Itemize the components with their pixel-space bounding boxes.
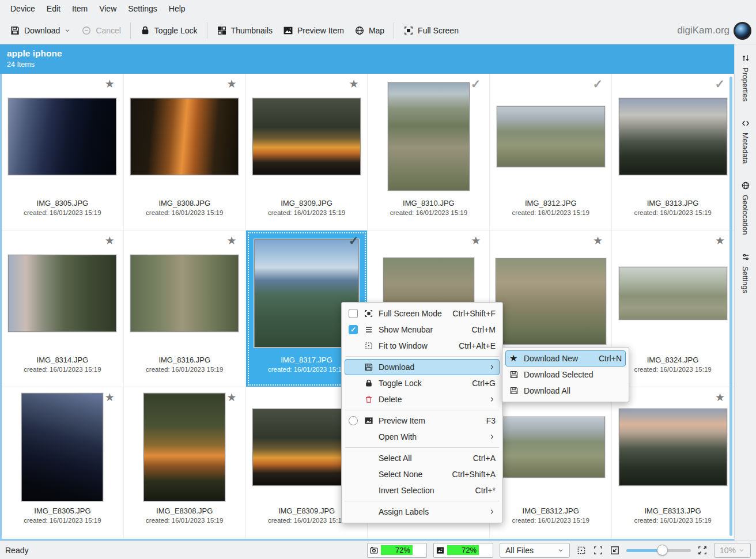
photo-thumbnail[interactable] xyxy=(21,393,103,501)
photo-created: created: 16/01/2023 15:19 xyxy=(268,517,345,524)
fullscreen-icon xyxy=(364,309,379,318)
photo-cell[interactable]: ★ IMG_8314.JPG created: 16/01/2023 15:19 xyxy=(2,231,124,387)
photo-thumbnail[interactable] xyxy=(496,258,606,345)
toolbar-separator xyxy=(207,22,207,39)
menu-item-toggle-lock[interactable]: Toggle LockCtrl+G xyxy=(345,375,500,391)
menu-item-full-screen-mode[interactable]: Full Screen ModeCtrl+Shift+F xyxy=(345,305,500,322)
menu-shortcut: F3 xyxy=(486,416,496,425)
photo-cell[interactable]: ✓ IMG_8313.JPG created: 16/01/2023 15:19 xyxy=(612,74,734,231)
digikam-import-window: { "menubar": {"items": ["Device", "Edit"… xyxy=(0,0,756,559)
photo-filename: IMG_E8312.JPG xyxy=(512,507,589,516)
menubar-item-item[interactable]: Item xyxy=(66,2,93,16)
sidebar-tab-settings[interactable]: Settings xyxy=(741,252,750,293)
zoom-out-icon[interactable] xyxy=(610,545,620,556)
photo-cell[interactable]: ★ IMG_E8305.JPG created: 16/01/2023 15:1… xyxy=(2,387,124,538)
zoom-level-dropdown[interactable]: 10% xyxy=(714,543,751,558)
toolbar-button-label: Cancel xyxy=(96,26,121,35)
menu-item-download[interactable]: Download xyxy=(345,359,500,375)
photo-thumbnail[interactable] xyxy=(143,393,225,501)
menu-item-label: Invert Selection xyxy=(379,486,467,495)
menubar-item-device[interactable]: Device xyxy=(5,2,41,16)
toggle-lock-button[interactable]: Toggle Lock xyxy=(135,22,203,39)
menubar-item-help[interactable]: Help xyxy=(163,2,191,16)
menu-item-fit-to-window[interactable]: Fit to WindowCtrl+Alt+E xyxy=(345,338,500,354)
sidebar-tab-metadata[interactable]: Metadata xyxy=(741,119,750,164)
menu-item-download-new[interactable]: ★Download NewCtrl+N xyxy=(505,350,626,367)
menubar-item-view[interactable]: View xyxy=(93,2,122,16)
photo-cell[interactable]: ★ IMG_8309.JPG created: 16/01/2023 15:19 xyxy=(246,74,368,231)
settings-icon xyxy=(741,252,750,262)
download-button[interactable]: Download xyxy=(5,22,76,39)
menu-item-download-selected[interactable]: Download Selected xyxy=(505,367,626,383)
toolbar-button-label: Full Screen xyxy=(418,26,459,35)
fit-window-icon[interactable] xyxy=(576,545,587,556)
brand-text: digiKam.org xyxy=(677,25,729,36)
menu-item-label: Toggle Lock xyxy=(379,379,464,388)
menubar-item-edit[interactable]: Edit xyxy=(41,2,66,16)
photo-cell[interactable]: ★ IMG_E8312.JPG created: 16/01/2023 15:1… xyxy=(490,387,612,538)
vertical-scrollbar[interactable] xyxy=(729,77,732,536)
photo-cell[interactable]: ★ IMG_8305.JPG created: 16/01/2023 15:19 xyxy=(2,74,124,231)
toolbar-separator xyxy=(130,22,131,39)
photo-thumbnail[interactable] xyxy=(619,98,727,175)
photo-filename: IMG_E8305.JPG xyxy=(24,507,101,516)
menu-item-label: Assign Labels xyxy=(379,507,484,516)
menu-item-download-all[interactable]: Download All xyxy=(505,383,626,399)
photo-cell[interactable]: ★ IMG_8316.JPG created: 16/01/2023 15:19 xyxy=(124,231,246,387)
file-filter-dropdown[interactable]: All Files xyxy=(500,543,570,558)
zoom-in-icon[interactable] xyxy=(697,545,708,556)
menubar: DeviceEditItemViewSettingsHelp xyxy=(0,0,756,17)
radio-indicator[interactable] xyxy=(349,416,358,425)
photo-cell[interactable]: ★ IMG_E8313.JPG created: 16/01/2023 15:1… xyxy=(612,387,734,538)
menu-item-select-none[interactable]: Select NoneCtrl+Shift+A xyxy=(345,466,500,482)
new-item-star-badge: ★ xyxy=(227,78,237,90)
photo-thumbnail[interactable] xyxy=(8,255,116,332)
star-icon: ★ xyxy=(509,354,517,363)
photo-thumbnail[interactable] xyxy=(130,98,239,175)
menubar-item-settings[interactable]: Settings xyxy=(122,2,163,16)
thumbnails-icon xyxy=(217,25,227,36)
globe-icon xyxy=(354,25,365,36)
checkbox-indicator[interactable] xyxy=(349,309,358,318)
photo-thumbnail[interactable] xyxy=(388,82,470,191)
photo-thumbnail[interactable] xyxy=(619,267,727,320)
menu-item-invert-selection[interactable]: Invert SelectionCtrl+* xyxy=(345,482,500,498)
photo-cell[interactable]: ★ IMG_8324.JPG created: 16/01/2023 15:19 xyxy=(612,231,734,387)
preview-item-button[interactable]: Preview Item xyxy=(278,22,349,39)
cancel-button[interactable]: Cancel xyxy=(76,22,126,39)
photo-thumbnail[interactable] xyxy=(497,417,605,478)
camera-storage-usage: 72% xyxy=(367,543,427,558)
photo-created: created: 16/01/2023 15:19 xyxy=(146,209,223,216)
photo-thumbnail[interactable] xyxy=(130,255,239,332)
menu-item-open-with[interactable]: Open With xyxy=(345,429,500,445)
photo-thumbnail[interactable] xyxy=(619,409,727,486)
zoom-slider[interactable] xyxy=(626,544,691,557)
new-item-star-badge: ★ xyxy=(349,78,358,90)
photo-cell[interactable]: ✓ IMG_8312.JPG created: 16/01/2023 15:19 xyxy=(490,74,612,231)
photo-cell[interactable]: ★ IMG_E8308.JPG created: 16/01/2023 15:1… xyxy=(124,387,246,538)
photo-cell[interactable]: ✓ IMG_8310.JPG created: 16/01/2023 15:19 xyxy=(368,74,490,231)
zoom-100-icon[interactable] xyxy=(593,545,603,556)
photo-cell[interactable]: ★ IMG_8308.JPG created: 16/01/2023 15:19 xyxy=(124,74,246,231)
thumbnails-button[interactable]: Thumbnails xyxy=(211,22,278,39)
menu-item-preview-item[interactable]: Preview ItemF3 xyxy=(345,413,500,429)
status-text: Ready xyxy=(5,546,28,555)
photo-thumbnail[interactable] xyxy=(252,98,361,175)
menu-item-label: Full Screen Mode xyxy=(379,309,444,318)
menu-shortcut: Ctrl+Shift+F xyxy=(452,309,496,318)
downloaded-check-badge: ✓ xyxy=(471,78,481,90)
slider-handle[interactable] xyxy=(657,545,668,556)
menu-item-select-all[interactable]: Select AllCtrl+A xyxy=(345,450,500,466)
photo-thumbnail[interactable] xyxy=(497,106,605,167)
lock-icon xyxy=(364,379,379,388)
map-button[interactable]: Map xyxy=(349,22,390,39)
menu-item-show-menubar[interactable]: ✓Show MenubarCtrl+M xyxy=(345,322,500,338)
menu-item-delete[interactable]: Delete xyxy=(345,391,500,407)
sidebar-tab-properties[interactable]: Properties xyxy=(741,54,750,101)
full-screen-button[interactable]: Full Screen xyxy=(398,22,464,39)
checkbox-indicator[interactable]: ✓ xyxy=(349,325,358,334)
photo-thumbnail[interactable] xyxy=(8,98,116,175)
menu-item-assign-labels[interactable]: Assign Labels xyxy=(345,504,500,520)
sidebar-tab-geolocation[interactable]: Geolocation xyxy=(741,181,750,235)
menubar-icon xyxy=(364,325,379,334)
